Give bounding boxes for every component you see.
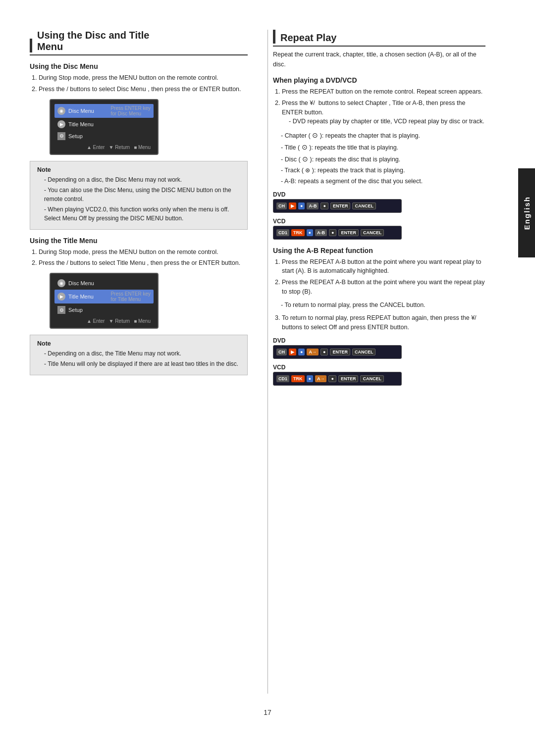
disc-menu-note: Note Depending on a disc, the Disc Menu … [30,161,248,230]
title-menu-steps: During Stop mode, press the MENU button … [30,248,248,268]
disc-note-3: When playing VCD2.0, this function works… [44,205,240,223]
disc-icon: ◉ [57,107,65,115]
title-bar-right [273,30,275,44]
disc-icon-tm: ◉ [57,279,65,287]
title-menu-screen: ◉ Disc Menu ▶ Title Menu Press ENTER key… [50,273,159,329]
language-label: English [523,196,531,230]
title-menu-subtitle: Using the Title Menu [30,237,248,245]
title-menu-note-list: Depending on a disc, the Title Menu may … [37,349,240,368]
ab-steps-3: To return to normal play, press REPEAT b… [273,313,485,332]
title-note-2: Title Menu will only be displayed if the… [44,359,240,368]
dvdvcd-steps: Press the REPEAT button on the remote co… [273,87,485,126]
dvdvcd-step-2: Press the ¥/ buttons to select Chapter ,… [282,99,485,126]
bullet-title: Title ( ⊙ ): repeats the title that is p… [281,142,485,152]
right-column: Repeat Play Repeat the current track, ch… [268,30,485,694]
dvd-bar-1: CH ▶ ● A-B ● ENTER CANCEL [273,199,402,213]
repeat-bullets: Chapter ( ⊙ ): repeats the chapter that … [273,130,485,186]
vcd-bar-1: CD1 TRK ● A-B ● ENTER CANCEL [273,226,402,240]
ab-bullets: To return to normal play, press the CANC… [273,301,485,310]
bullet-track: Track ( ⊛ ): repeats the track that is p… [281,166,485,175]
disc-step-2: Press the / buttons to select Disc Menu … [39,85,248,94]
left-title-text: Using the Disc and Title Menu [37,30,149,52]
dvdvcd-subtitle: When playing a DVD/VCD [273,76,485,84]
right-title-text: Repeat Play [280,32,336,44]
ab-cancel: To return to normal play, press the CANC… [281,301,485,310]
ab-step-3: To return to normal play, press REPEAT b… [282,313,485,332]
vcd-label-2: VCD [273,364,485,371]
bullet-ab: A-B: repeats a segment of the disc that … [281,177,485,186]
ab-step-2: Press the REPEAT A-B button at the point… [282,278,485,297]
screen-row-disc-tm: ◉ Disc Menu [54,278,154,289]
ab-step-1: Press the REPEAT A-B button at the point… [282,257,485,276]
repeat-intro: Repeat the current track, chapter, title… [273,50,485,69]
screen-row-setup: ⚙ Setup [54,131,154,142]
title-step-1: During Stop mode, press the MENU button … [39,248,248,257]
title-note-1: Depending on a disc, the Title Menu may … [44,349,240,358]
dvdvcd-step-1: Press the REPEAT button on the remote co… [282,87,485,97]
bullet-disc: Disc ( ⊙ ): repeats the disc that is pla… [281,154,485,164]
gear-icon-tm: ⚙ [57,306,65,314]
disc-note-2: You can also use the Disc Menu, using th… [44,186,240,203]
bullet-chapter: Chapter ( ⊙ ): repeats the chapter that … [281,130,485,141]
disc-note-1: Depending on a disc, the Disc Menu may n… [44,175,240,184]
screen-nav-disc: ▲ Enter ▼ Return ■ Menu [54,143,154,150]
title-bar-left [30,39,32,52]
screen-row-disc: ◉ Disc Menu Press ENTER keyfor Disc Menu [54,104,154,118]
disc-menu-screen: ◉ Disc Menu Press ENTER keyfor Disc Menu… [50,99,159,155]
page-number: 17 [30,708,505,716]
dvd-label-2: DVD [273,337,485,344]
disc-menu-note-list: Depending on a disc, the Disc Menu may n… [37,175,240,223]
right-section-title: Repeat Play [273,30,485,47]
screen-nav-title: ▲ Enter ▼ Return ■ Menu [54,316,154,324]
ab-steps: Press the REPEAT A-B button at the point… [273,257,485,297]
title-menu-note: Note Depending on a disc, the Title Menu… [30,335,248,375]
content-area: Using the Disc and Title Menu Using the … [30,30,505,694]
title-icon: ▶ [57,120,65,128]
gear-icon: ⚙ [57,132,65,140]
screen-row-title: ▶ Title Menu [54,119,154,130]
dvd-bar-2: CH ▶ ● A→ ● ENTER CANCEL [273,345,402,359]
disc-menu-subtitle: Using the Disc Menu [30,62,248,70]
vcd-bar-2: CD1 TRK ● A→ ● ENTER CANCEL [273,372,402,386]
disc-step-1: During Stop mode, press the MENU button … [39,73,248,83]
screen-row-title-tm: ▶ Title Menu Press ENTER keyfor Title Me… [54,290,154,303]
title-icon-tm: ▶ [57,293,65,301]
screen-row-setup-tm: ⚙ Setup [54,304,154,315]
disc-menu-steps: During Stop mode, press the MENU button … [30,73,248,94]
page-container: Using the Disc and Title Menu Using the … [0,0,535,756]
left-column: Using the Disc and Title Menu Using the … [30,30,248,694]
title-step-2: Press the / buttons to select Title Menu… [39,258,248,268]
ab-repeat-subtitle: Using the A-B Repeat function [273,247,485,254]
dvd-label-1: DVD [273,191,485,198]
left-section-title: Using the Disc and Title Menu [30,30,248,55]
language-tab: English [518,168,535,257]
vcd-label-1: VCD [273,218,485,225]
